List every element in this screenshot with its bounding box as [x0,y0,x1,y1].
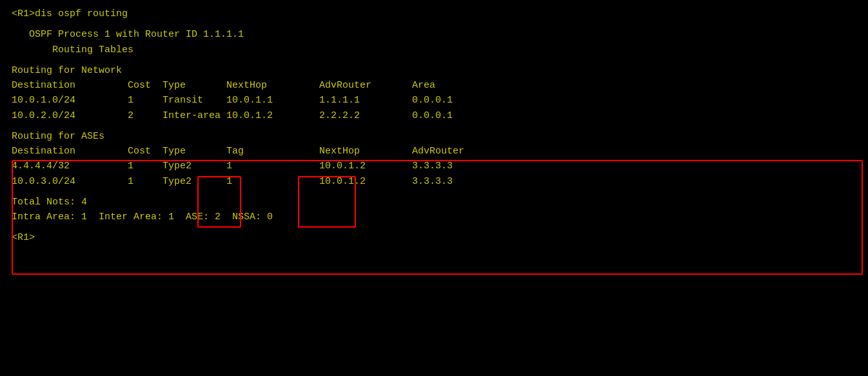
terminal: <R1>dis ospf routing OSPF Process 1 with… [12,6,856,370]
routing-ases-header: Routing for ASEs [12,129,856,144]
table2-columns: Destination Cost Type Tag NextHop AdvRou… [12,144,856,159]
table1-columns: Destination Cost Type NextHop AdvRouter … [12,78,856,93]
ospf-process-line: OSPF Process 1 with Router ID 1.1.1.1 [12,27,856,42]
table1-row2: 10.0.2.0/24 2 Inter-area 10.0.1.2 2.2.2.… [12,108,856,123]
routing-tables-line: Routing Tables [12,43,856,57]
table2-row1: 4.4.4.4/32 1 Type2 1 10.0.1.2 3.3.3.3 [12,159,856,173]
command-line: <R1>dis ospf routing [12,6,856,21]
table2-row2: 10.0.3.0/24 1 Type2 1 10.0.1.2 3.3.3.3 [12,174,856,189]
table1-row1: 10.0.1.0/24 1 Transit 10.0.1.1 1.1.1.1 0… [12,93,856,108]
prompt-end: <R1> [12,230,856,245]
total-nots: Total Nots: 4 [12,195,856,210]
routing-network-header: Routing for Network [12,63,856,78]
intra-area-line: Intra Area: 1 Inter Area: 1 ASE: 2 NSSA:… [12,210,856,224]
